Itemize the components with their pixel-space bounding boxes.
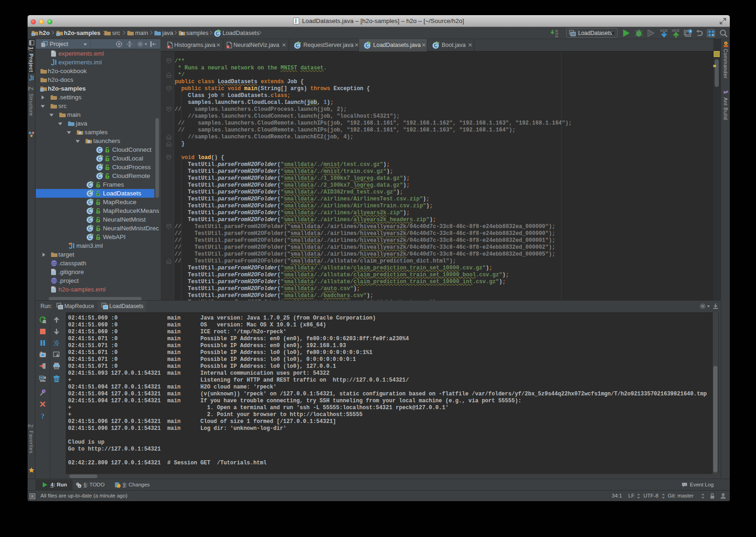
- svg-text:01: 01: [555, 35, 558, 37]
- svg-text:?: ?: [41, 412, 45, 419]
- svg-text:C: C: [98, 148, 101, 153]
